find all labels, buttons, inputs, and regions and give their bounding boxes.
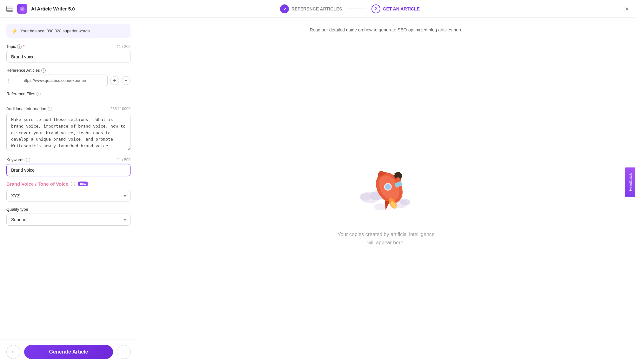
drag-handle-icon[interactable]: ⋮⋮: [6, 78, 15, 83]
reference-files-group: Reference Files i: [6, 91, 130, 101]
forward-button[interactable]: →: [117, 345, 131, 359]
quality-type-label-text: Quality type: [6, 207, 28, 212]
brand-voice-title: Brand Voice / Tone of Voice: [6, 181, 68, 187]
svg-point-7: [374, 203, 385, 210]
empty-state: Your copies created by artificial intell…: [338, 45, 434, 354]
right-panel: Read our detailed guide on how to genera…: [137, 18, 635, 364]
step-1[interactable]: REFERENCE ARTICLES: [280, 4, 342, 13]
generate-article-button[interactable]: Generate Article: [24, 345, 113, 359]
topic-label-row: Topic i * 11 / 200: [6, 44, 130, 49]
additional-info-label-row: Additional Information i 236 / 10000: [6, 106, 130, 111]
ref-articles-info-icon[interactable]: i: [41, 68, 46, 73]
topic-label: Topic i *: [6, 44, 24, 49]
required-star: *: [23, 44, 24, 49]
guide-text-prefix: Read our detailed guide on: [310, 27, 363, 32]
ref-files-info-icon[interactable]: i: [37, 92, 41, 96]
brand-voice-select[interactable]: XYZ Default Professional Casual Friendly: [6, 190, 130, 202]
topic-input[interactable]: [6, 51, 130, 63]
brand-voice-info-icon[interactable]: i: [71, 182, 75, 186]
ref-files-label: Reference Files i: [6, 91, 130, 96]
rocket-illustration: [351, 153, 421, 223]
quality-type-select[interactable]: Superior Premium Good: [6, 214, 130, 226]
additional-info-label: Additional Information i: [6, 106, 52, 111]
main-layout: ⚡ Your balance: 398,828 superior words T…: [0, 18, 635, 364]
quality-type-label-row: Quality type: [6, 207, 130, 212]
step-1-label: REFERENCE ARTICLES: [291, 6, 342, 11]
topic-char-count: 11 / 200: [117, 44, 130, 49]
svg-point-4: [360, 193, 371, 201]
additional-info-textarea[interactable]: [6, 113, 130, 151]
step-2-number: 2: [375, 6, 377, 11]
step-2-circle: 2: [371, 4, 380, 13]
close-button[interactable]: ×: [625, 6, 629, 12]
stepper: REFERENCE ARTICLES 2 GET AN ARTICLE: [280, 4, 420, 13]
keywords-info-icon[interactable]: i: [26, 158, 30, 162]
app-title: AI Article Writer 5.0: [31, 6, 75, 11]
svg-point-1: [282, 7, 287, 11]
reference-articles-group: Reference Articles i ⋮⋮ + −: [6, 68, 130, 86]
quality-type-label: Quality type: [6, 207, 28, 212]
new-badge: new: [78, 182, 88, 186]
balance-box: ⚡ Your balance: 398,828 superior words: [6, 24, 130, 38]
keywords-label-row: Keywords i 11 / 500: [6, 157, 130, 162]
logo-icon: [17, 4, 27, 14]
additional-info-label-text: Additional Information: [6, 106, 46, 111]
additional-info-char-count: 236 / 10000: [110, 107, 130, 111]
step-2[interactable]: 2 GET AN ARTICLE: [371, 4, 420, 13]
keywords-label: Keywords i: [6, 157, 30, 162]
left-panel: ⚡ Your balance: 398,828 superior words T…: [0, 18, 137, 364]
lightning-icon: ⚡: [11, 28, 18, 34]
guide-text: Read our detailed guide on how to genera…: [310, 27, 463, 32]
svg-point-6: [400, 199, 410, 205]
feedback-button[interactable]: Feedback: [625, 167, 635, 197]
guide-link[interactable]: how to generate SEO-optimized blog artic…: [364, 27, 463, 32]
step-1-circle: [280, 4, 289, 13]
additional-info-icon[interactable]: i: [48, 107, 52, 111]
quality-type-group: Quality type Superior Premium Good ▾: [6, 207, 130, 226]
ref-add-button[interactable]: +: [110, 76, 119, 85]
keywords-label-text: Keywords: [6, 157, 24, 162]
keywords-group: Keywords i 11 / 500: [6, 157, 130, 176]
empty-state-line2: will appear here.: [338, 239, 434, 247]
header: AI Article Writer 5.0 REFERENCE ARTICLES…: [0, 0, 635, 18]
brand-voice-select-wrapper: XYZ Default Professional Casual Friendly…: [6, 190, 130, 202]
ref-articles-label: Reference Articles i: [6, 68, 46, 73]
keywords-char-count: 11 / 500: [117, 158, 130, 162]
step-2-label: GET AN ARTICLE: [383, 6, 420, 11]
empty-state-line1: Your copies created by artificial intell…: [338, 230, 434, 239]
bottom-actions: ← Generate Article →: [0, 340, 137, 364]
header-left: AI Article Writer 5.0: [6, 4, 75, 14]
keywords-input[interactable]: [6, 164, 130, 176]
brand-voice-label-row: Brand Voice / Tone of Voice i new: [6, 181, 130, 187]
quality-type-select-wrapper: Superior Premium Good ▾: [6, 214, 130, 226]
step-connector: [347, 9, 366, 9]
hamburger-menu[interactable]: [6, 6, 13, 12]
ref-articles-label-row: Reference Articles i: [6, 68, 130, 73]
additional-info-group: Additional Information i 236 / 10000: [6, 106, 130, 152]
topic-label-text: Topic: [6, 44, 16, 49]
brand-voice-group: Brand Voice / Tone of Voice i new XYZ De…: [6, 181, 130, 202]
back-button[interactable]: ←: [6, 345, 20, 359]
ref-files-label-text: Reference Files: [6, 91, 35, 96]
empty-state-text: Your copies created by artificial intell…: [338, 230, 434, 247]
ref-article-row: ⋮⋮ + −: [6, 75, 130, 86]
svg-point-0: [20, 6, 25, 11]
ref-url-input[interactable]: [18, 75, 108, 86]
topic-group: Topic i * 11 / 200: [6, 44, 130, 63]
balance-text: Your balance: 398,828 superior words: [20, 29, 90, 33]
topic-info-icon[interactable]: i: [17, 44, 22, 49]
ref-articles-label-text: Reference Articles: [6, 68, 40, 73]
ref-remove-button[interactable]: −: [122, 76, 130, 85]
